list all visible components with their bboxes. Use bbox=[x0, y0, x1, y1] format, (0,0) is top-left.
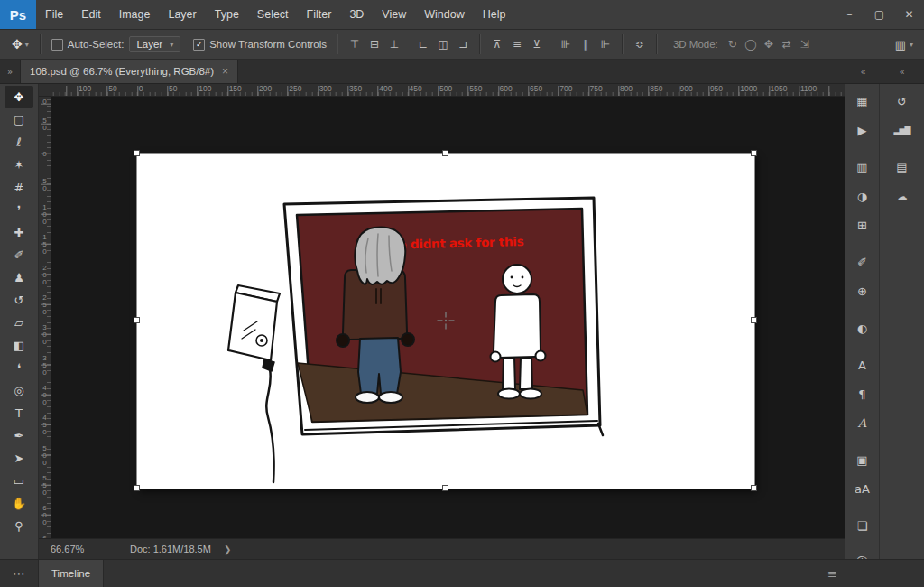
zoom-tool[interactable]: ⚲ bbox=[5, 515, 33, 537]
rectangular-marquee-tool[interactable]: ▢ bbox=[5, 108, 33, 131]
horizontal-ruler[interactable]: 1005005010015020025030035040045050055060… bbox=[51, 84, 845, 97]
histogram-panel-icon[interactable]: ▂▅▇ bbox=[890, 117, 915, 143]
vertical-ruler[interactable]: 1005005010015020025030035040045050055060… bbox=[39, 97, 51, 538]
menu-filter[interactable]: Filter bbox=[298, 0, 341, 29]
transform-handle[interactable] bbox=[134, 485, 140, 491]
crop-tool[interactable]: # bbox=[5, 176, 33, 199]
3d-rotate-button[interactable]: ↻ bbox=[724, 31, 742, 58]
distribute-top-edges-button[interactable]: ⊼ bbox=[487, 31, 507, 58]
align-top-edges-button[interactable]: ⊤ bbox=[345, 31, 365, 58]
auto-select-checkbox[interactable]: Auto-Select: bbox=[51, 39, 125, 51]
align-right-edges-button[interactable]: ⊐ bbox=[453, 31, 473, 58]
transform-handle[interactable] bbox=[751, 485, 757, 491]
glyphs-panel-icon[interactable]: A bbox=[850, 410, 875, 435]
canvas-viewport[interactable]: we didnt ask for this bbox=[51, 97, 845, 538]
menu-window[interactable]: Window bbox=[415, 0, 473, 29]
eraser-tool[interactable]: ▱ bbox=[5, 312, 33, 334]
menu-image[interactable]: Image bbox=[110, 0, 160, 29]
eyedropper-tool[interactable]: ❜ bbox=[5, 199, 33, 221]
transform-handle[interactable] bbox=[442, 150, 448, 156]
swatches-panel-icon[interactable]: ⊞ bbox=[850, 212, 875, 238]
align-vertical-centers-button[interactable]: ⊟ bbox=[365, 31, 384, 58]
menu-file[interactable]: File bbox=[36, 0, 72, 29]
styles-panel-icon[interactable]: ▦ bbox=[850, 89, 875, 114]
distribute-horizontal-centers-button[interactable]: ∥ bbox=[576, 31, 596, 58]
workspace-switcher[interactable]: ▥ ▾ bbox=[895, 38, 917, 51]
quick-selection-tool[interactable]: ✶ bbox=[5, 154, 33, 176]
menu-type[interactable]: Type bbox=[206, 0, 248, 29]
distribute-spacing-button[interactable]: ≎ bbox=[630, 31, 650, 58]
distribute-vertical-centers-button[interactable]: ≡ bbox=[507, 31, 527, 58]
3d-slide-button[interactable]: ⇄ bbox=[778, 31, 796, 58]
tool-presets-panel-icon[interactable]: ▥ bbox=[850, 154, 875, 180]
align-left-edges-button[interactable]: ⊏ bbox=[413, 31, 433, 58]
timeline-tab[interactable]: Timeline bbox=[38, 560, 104, 587]
status-popup-arrow[interactable]: ❯ bbox=[224, 545, 231, 554]
type-tool[interactable]: T bbox=[5, 402, 33, 424]
panel-collapse-button[interactable]: « bbox=[846, 60, 880, 83]
3d-drag-button[interactable]: ✥ bbox=[760, 31, 778, 58]
brush-settings-panel-icon[interactable]: ✐ bbox=[850, 249, 875, 275]
character-styles-panel-icon[interactable]: aA bbox=[850, 476, 875, 501]
hand-tool[interactable]: ✋ bbox=[5, 492, 33, 515]
timeline-bar: ⋯ Timeline ≡ bbox=[0, 559, 924, 587]
paragraph-panel-icon[interactable]: ¶ bbox=[850, 381, 875, 406]
menu-edit[interactable]: Edit bbox=[72, 0, 110, 29]
color-panel-icon[interactable]: ◑ bbox=[850, 183, 875, 209]
menu-3d[interactable]: 3D bbox=[340, 0, 373, 29]
clone-source-panel-icon[interactable]: ⊕ bbox=[850, 278, 875, 303]
move-tool[interactable]: ✥ bbox=[5, 86, 33, 108]
maximize-button[interactable]: ▢ bbox=[864, 0, 894, 29]
distribute-left-edges-button[interactable]: ⊪ bbox=[556, 31, 576, 58]
pen-tool[interactable]: ✒ bbox=[5, 424, 33, 447]
distribute-right-edges-button[interactable]: ⊩ bbox=[596, 31, 615, 58]
lasso-tool[interactable]: ℓ bbox=[5, 131, 33, 154]
3d-roll-button[interactable]: ◯ bbox=[742, 31, 760, 58]
menu-layer[interactable]: Layer bbox=[159, 0, 205, 29]
align-horizontal-centers-button[interactable]: ◫ bbox=[433, 31, 453, 58]
transform-handle[interactable] bbox=[134, 317, 140, 323]
ruler-label: 800 bbox=[618, 84, 648, 96]
clone-stamp-tool[interactable]: ♟ bbox=[5, 266, 33, 289]
transform-handle[interactable] bbox=[751, 150, 757, 156]
projector-nozzle bbox=[263, 359, 274, 371]
distribute-bottom-edges-button[interactable]: ⊻ bbox=[527, 31, 547, 58]
menu-view[interactable]: View bbox=[373, 0, 415, 29]
path-selection-tool[interactable]: ➤ bbox=[5, 447, 33, 470]
menu-select[interactable]: Select bbox=[248, 0, 298, 29]
history-brush-tool[interactable]: ↺ bbox=[5, 289, 33, 312]
character-panel-icon[interactable]: A bbox=[850, 352, 875, 377]
history-panel-icon[interactable]: ↺ bbox=[890, 89, 915, 114]
rectangle-tool[interactable]: ▭ bbox=[5, 470, 33, 492]
brush-tool[interactable]: ✐ bbox=[5, 244, 33, 266]
spot-healing-brush-tool[interactable]: ✚ bbox=[5, 221, 33, 244]
panel-collapse-button[interactable]: « bbox=[880, 60, 924, 83]
align-bottom-edges-button[interactable]: ⊥ bbox=[384, 31, 404, 58]
libraries-panel-icon[interactable]: ☁ bbox=[890, 183, 915, 209]
document-tab[interactable]: 108.psd @ 66.7% (Everything, RGB/8#) × bbox=[20, 60, 238, 83]
close-button[interactable]: ✕ bbox=[894, 0, 924, 29]
3d-scale-button[interactable]: ⇲ bbox=[796, 31, 814, 58]
zoom-level-field[interactable]: 66.67% bbox=[51, 544, 130, 554]
toolbar-overflow-icon[interactable]: ⋯ bbox=[0, 566, 38, 581]
chevron-down-icon: ▾ bbox=[910, 41, 913, 49]
3d-panel-icon[interactable]: ❏ bbox=[850, 513, 875, 538]
timeline-menu-icon[interactable]: ≡ bbox=[827, 567, 837, 581]
blur-tool[interactable]: ❛ bbox=[5, 357, 33, 379]
actions-panel-icon[interactable]: ▶ bbox=[850, 117, 875, 143]
transform-handle[interactable] bbox=[751, 317, 757, 323]
toolbar-collapse-toggle[interactable]: » bbox=[0, 60, 20, 83]
minimize-button[interactable]: – bbox=[835, 0, 864, 29]
close-tab-icon[interactable]: × bbox=[222, 65, 228, 78]
tool-preset-picker[interactable]: ✥ ▾ bbox=[7, 37, 33, 51]
adjustments-panel-icon[interactable]: ◐ bbox=[850, 315, 875, 340]
gradient-tool[interactable]: ◧ bbox=[5, 334, 33, 357]
transform-handle[interactable] bbox=[134, 150, 140, 156]
menu-help[interactable]: Help bbox=[474, 0, 515, 29]
transform-handle[interactable] bbox=[442, 485, 448, 491]
layer-comps-panel-icon[interactable]: ▣ bbox=[850, 447, 875, 472]
dodge-tool[interactable]: ◎ bbox=[5, 379, 33, 402]
layers-panel-icon[interactable]: ▤ bbox=[890, 154, 915, 180]
auto-select-target-dropdown[interactable]: Layer ▾ bbox=[129, 36, 180, 52]
show-transform-controls-checkbox[interactable]: ✓ Show Transform Controls bbox=[193, 39, 327, 51]
